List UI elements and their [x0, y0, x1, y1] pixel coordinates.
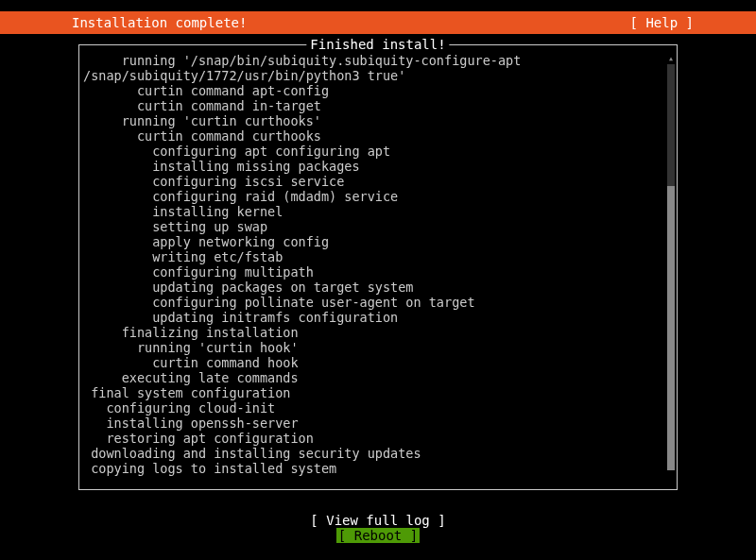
log-box-title: Finished install! — [306, 37, 449, 52]
reboot-button[interactable]: [ Reboot ] — [336, 528, 420, 543]
log-scrollbar[interactable]: ▴ — [667, 53, 675, 482]
header-bar: Installation complete! [ Help ] — [0, 11, 756, 34]
install-log-box: Finished install! running '/snap/bin/sub… — [78, 44, 678, 490]
view-full-log-button[interactable]: [ View full log ] — [310, 513, 445, 528]
scrollbar-thumb[interactable] — [667, 186, 675, 470]
scrollbar-track[interactable] — [667, 64, 675, 470]
scrollbar-up-icon[interactable]: ▴ — [667, 53, 675, 64]
action-buttons: [ View full log ] [ Reboot ] — [0, 513, 756, 543]
help-button[interactable]: [ Help ] — [630, 15, 748, 30]
page-title: Installation complete! — [8, 15, 247, 30]
install-log-content: running '/snap/bin/subiquity.subiquity-c… — [79, 45, 677, 484]
